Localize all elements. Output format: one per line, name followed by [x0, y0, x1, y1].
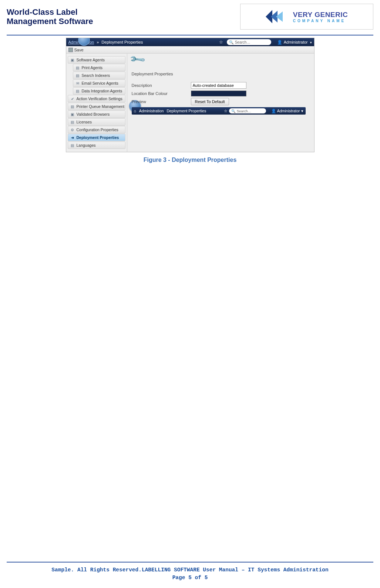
verify-icon: ✔: [70, 96, 75, 101]
colour-label: Location Bar Colour: [132, 91, 191, 96]
config-icon: ⚙: [70, 128, 75, 132]
search-input[interactable]: 🔍 Search…: [227, 39, 271, 45]
doc-title: World-Class Label Management Software: [7, 4, 93, 26]
header-divider: [7, 35, 373, 35]
row-description: Description: [132, 81, 310, 89]
location-bar: Administration Deployment Properties ☆ 🔍…: [66, 38, 314, 46]
doc-title-line1: World-Class Label: [7, 7, 78, 17]
sidebar: ▣Software Agents ▤Print Agents ▤Search I…: [66, 54, 127, 152]
description-input[interactable]: [191, 82, 246, 89]
printer-icon: ▤: [75, 65, 80, 70]
agents-icon: ▣: [70, 58, 75, 62]
data-icon: ▤: [75, 89, 80, 93]
preview-star-icon: ☆: [224, 109, 228, 113]
user-label: Administrator: [284, 40, 308, 44]
preview-location-bar: ⌂ Administration Deployment Properties ☆…: [132, 107, 306, 115]
preview-search-icon: 🔍: [231, 109, 236, 113]
logo-text: VERY GENERIC COMPANY NAME: [293, 11, 348, 23]
favourite-icon[interactable]: ☆: [219, 40, 223, 45]
preview-breadcrumb-current: Deployment Properties: [167, 109, 206, 113]
sidebar-item-action-verification[interactable]: ✔Action Verification Settings: [68, 95, 125, 102]
index-icon: ▤: [75, 73, 80, 78]
footer-line1: Sample. All Rights Reserved.LABELLING SO…: [0, 566, 380, 574]
sidebar-item-licenses[interactable]: ▤Licenses: [68, 118, 125, 126]
lang-icon: ▤: [70, 143, 75, 147]
browser-icon: ▣: [70, 112, 75, 116]
preview-search: 🔍 Search…: [229, 108, 266, 113]
body-area: ▣Software Agents ▤Print Agents ▤Search I…: [66, 54, 314, 152]
sidebar-item-validated-browsers[interactable]: ▣Validated Browsers: [68, 111, 125, 118]
preview-user-icon: 👤: [271, 109, 276, 113]
doc-title-line2: Management Software: [7, 17, 93, 26]
panel-title: Deployment Properties: [132, 72, 310, 76]
preview-breadcrumb-admin: Administration: [139, 109, 164, 113]
logo-line1: VERY GENERIC: [293, 11, 348, 19]
reset-button[interactable]: Reset To Default: [191, 98, 229, 105]
sidebar-item-search-indexers[interactable]: ▤Search Indexers: [73, 72, 125, 79]
figure-wrap: Administration Deployment Properties ☆ 🔍…: [0, 38, 380, 163]
save-button[interactable]: Save: [74, 48, 84, 52]
content-panel: 🔧 Deployment Properties Description Loca…: [127, 54, 314, 152]
search-icon: 🔍: [229, 40, 233, 44]
sidebar-item-printer-queue[interactable]: ▤Printer Queue Management: [68, 103, 125, 110]
chevron-down-icon: [309, 40, 312, 44]
preview-user-menu: 👤 Administrator ▾: [271, 109, 303, 113]
mail-icon: ✉: [75, 81, 80, 85]
save-icon: [68, 48, 73, 52]
toolbar: Save: [66, 46, 314, 54]
colour-swatch[interactable]: [191, 91, 246, 96]
logo-mark-icon: [266, 9, 288, 25]
logo-box: VERY GENERIC COMPANY NAME: [240, 4, 373, 30]
description-label: Description: [132, 83, 191, 88]
logo-line2: COMPANY NAME: [293, 19, 348, 23]
sidebar-item-data-integration[interactable]: ▤Data Integration Agents: [73, 87, 125, 95]
sidebar-item-deploy-props[interactable]: Deployment Properties: [68, 134, 125, 141]
user-menu[interactable]: 👤 Administrator: [277, 40, 312, 45]
page-header: World-Class Label Management Software VE…: [0, 0, 380, 30]
sidebar-item-email-agents[interactable]: ✉Email Service Agents: [73, 79, 125, 87]
preview-chevron-down-icon: ▾: [301, 109, 303, 113]
sidebar-item-software-agents[interactable]: ▣Software Agents: [68, 56, 125, 64]
figure-caption: Figure 3 - Deployment Properties: [144, 157, 237, 163]
preview-home-icon: ⌂: [134, 109, 136, 113]
footer-line2: Page 5 of 5: [0, 574, 380, 582]
sidebar-item-languages[interactable]: ▤Languages: [68, 142, 125, 149]
sidebar-item-config-props[interactable]: ⚙Configuration Properties: [68, 126, 125, 133]
search-placeholder: Search…: [235, 40, 250, 44]
queue-icon: ▤: [70, 104, 75, 109]
breadcrumb-current: Deployment Properties: [101, 40, 143, 44]
user-icon: 👤: [277, 40, 282, 45]
page-footer: Sample. All Rights Reserved.LABELLING SO…: [0, 562, 380, 582]
screenshot: Administration Deployment Properties ☆ 🔍…: [66, 38, 315, 152]
row-preview: Preview Reset To Default: [132, 98, 310, 106]
license-icon: ▤: [70, 120, 75, 124]
breadcrumb-sep-icon: [95, 40, 100, 44]
sidebar-item-print-agents[interactable]: ▤Print Agents: [73, 64, 125, 71]
row-colour: Location Bar Colour: [132, 89, 310, 98]
footer-divider: [7, 562, 373, 562]
preview-label: Preview: [132, 99, 191, 104]
active-arrow-icon: [70, 135, 75, 140]
